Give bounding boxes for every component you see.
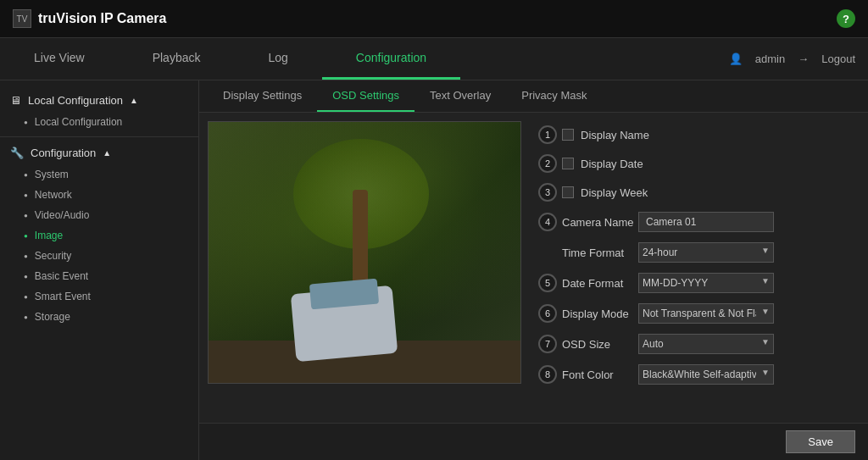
display-name-checkbox[interactable] xyxy=(562,129,574,141)
sidebar-item-network[interactable]: Network xyxy=(0,185,198,205)
sidebar-item-system[interactable]: System xyxy=(0,164,198,185)
nav-playback[interactable]: Playback xyxy=(119,38,235,80)
system-label: System xyxy=(35,169,69,180)
osd-settings-panel: 1 Display Name 2 Display Date 3 Display … xyxy=(530,121,860,414)
local-config-label: Local Configuration xyxy=(28,94,123,107)
osd-num-7: 7 xyxy=(538,335,557,353)
osd-row-osd-size: 7 OSD Size Auto Small Medium Large xyxy=(538,334,851,354)
storage-label: Storage xyxy=(35,311,70,323)
osd-size-select[interactable]: Auto Small Medium Large xyxy=(638,334,774,354)
display-week-label: Display Week xyxy=(581,186,657,199)
camera-preview xyxy=(208,121,521,384)
sidebar-item-security[interactable]: Security xyxy=(0,246,198,266)
save-button[interactable]: Save xyxy=(786,430,855,453)
osd-row-camera-name: 4 Camera Name xyxy=(538,212,851,232)
tab-display-settings[interactable]: Display Settings xyxy=(208,80,317,112)
osd-num-3: 3 xyxy=(538,183,557,202)
help-icon[interactable]: ? xyxy=(837,9,855,28)
nav-log[interactable]: Log xyxy=(234,38,321,80)
logout-icon: → xyxy=(798,53,809,65)
main-nav: Live View Playback Log Configuration 👤 a… xyxy=(0,38,868,80)
osd-num-1: 1 xyxy=(538,125,557,144)
footer: Save xyxy=(199,423,868,460)
wrench-icon: 🔧 xyxy=(10,147,24,159)
nav-configuration[interactable]: Configuration xyxy=(322,38,460,80)
security-label: Security xyxy=(35,250,71,262)
font-color-select-wrap: Black&White Self-adaptive Black White xyxy=(638,364,774,385)
display-mode-select[interactable]: Not Transparent & Not Flas Transparent &… xyxy=(638,303,774,324)
sidebar-item-basic-event[interactable]: Basic Event xyxy=(0,266,198,286)
osd-size-select-wrap: Auto Small Medium Large xyxy=(638,334,774,354)
osd-row-font-color: 8 Font Color Black&White Self-adaptive B… xyxy=(538,364,851,385)
chevron-up-icon: ▲ xyxy=(130,96,138,105)
camera-preview-bg xyxy=(209,122,520,383)
osd-row-date-format: 5 Date Format MM-DD-YYYY DD-MM-YYYY YYYY… xyxy=(538,273,851,293)
sidebar-item-smart-event[interactable]: Smart Event xyxy=(0,286,198,307)
user-icon: 👤 xyxy=(729,53,743,65)
config-label: Configuration xyxy=(31,147,96,159)
osd-row-time-format: Time Format 24-hour 12-hour xyxy=(538,242,851,263)
font-color-label: Font Color xyxy=(562,369,638,381)
main-layout: 🖥 Local Configuration ▲ Local Configurat… xyxy=(0,80,868,460)
brand-icon: TV xyxy=(13,9,31,28)
camera-name-input[interactable] xyxy=(638,212,774,232)
network-label: Network xyxy=(35,189,72,201)
tree-trunk xyxy=(353,190,368,291)
image-label: Image xyxy=(35,230,63,241)
osd-num-2: 2 xyxy=(538,154,557,173)
chevron-up-icon2: ▲ xyxy=(103,148,111,158)
date-format-select-wrap: MM-DD-YYYY DD-MM-YYYY YYYY-MM-DD xyxy=(638,273,774,293)
sidebar-divider xyxy=(0,136,198,137)
sidebar: 🖥 Local Configuration ▲ Local Configurat… xyxy=(0,80,199,460)
sidebar-config-header[interactable]: 🔧 Configuration ▲ xyxy=(0,141,198,164)
local-config-item-label: Local Configuration xyxy=(35,116,122,128)
nav-live-view[interactable]: Live View xyxy=(0,38,119,80)
sidebar-item-video-audio[interactable]: Video/Audio xyxy=(0,205,198,225)
font-color-select[interactable]: Black&White Self-adaptive Black White xyxy=(638,364,774,385)
sidebar-item-storage[interactable]: Storage xyxy=(0,307,198,327)
time-format-select-wrap: 24-hour 12-hour xyxy=(638,242,774,263)
header: TV truVision IP Camera ? xyxy=(0,0,868,38)
tab-text-overlay[interactable]: Text Overlay xyxy=(415,80,506,112)
osd-row-display-mode: 6 Display Mode Not Transparent & Not Fla… xyxy=(538,303,851,324)
logout-button[interactable]: Logout xyxy=(821,53,855,65)
osd-row-display-date: 2 Display Date xyxy=(538,154,851,173)
osd-row-display-name: 1 Display Name xyxy=(538,125,851,144)
logo-area: TV truVision IP Camera xyxy=(13,9,166,28)
sidebar-item-image[interactable]: Image xyxy=(0,225,198,246)
display-week-checkbox[interactable] xyxy=(562,186,574,198)
display-name-label: Display Name xyxy=(581,129,657,141)
smart-event-label: Smart Event xyxy=(35,291,91,302)
osd-num-4: 4 xyxy=(538,213,557,231)
date-format-label: Date Format xyxy=(562,277,638,290)
display-date-checkbox[interactable] xyxy=(562,158,574,169)
osd-num-6: 6 xyxy=(538,304,557,323)
nav-user-area: 👤 admin → Logout xyxy=(729,38,868,80)
sidebar-item-local-configuration[interactable]: Local Configuration xyxy=(0,112,198,132)
username: admin xyxy=(755,53,785,65)
basic-event-label: Basic Event xyxy=(35,270,88,282)
osd-num-5b: 5 xyxy=(538,274,557,292)
display-date-label: Display Date xyxy=(581,158,657,170)
tabs: Display Settings OSD Settings Text Overl… xyxy=(199,80,868,113)
osd-num-8: 8 xyxy=(538,365,557,384)
video-audio-label: Video/Audio xyxy=(35,209,90,221)
content-area: Display Settings OSD Settings Text Overl… xyxy=(199,80,868,460)
monitor-icon: 🖥 xyxy=(10,94,21,107)
tab-privacy-mask[interactable]: Privacy Mask xyxy=(506,80,602,112)
sidebar-local-config-header[interactable]: 🖥 Local Configuration ▲ xyxy=(0,89,198,112)
brand-name: truVision IP Camera xyxy=(38,11,166,26)
display-mode-label: Display Mode xyxy=(562,308,638,320)
time-format-label: Time Format xyxy=(562,247,638,259)
time-format-select[interactable]: 24-hour 12-hour xyxy=(638,242,774,263)
tab-osd-settings[interactable]: OSD Settings xyxy=(317,80,415,112)
camera-name-label: Camera Name xyxy=(562,216,638,229)
osd-row-display-week: 3 Display Week xyxy=(538,183,851,202)
osd-content: 1 Display Name 2 Display Date 3 Display … xyxy=(199,113,868,423)
osd-size-label: OSD Size xyxy=(562,338,638,351)
date-format-select[interactable]: MM-DD-YYYY DD-MM-YYYY YYYY-MM-DD xyxy=(638,273,774,293)
display-mode-select-wrap: Not Transparent & Not Flas Transparent &… xyxy=(638,303,774,324)
